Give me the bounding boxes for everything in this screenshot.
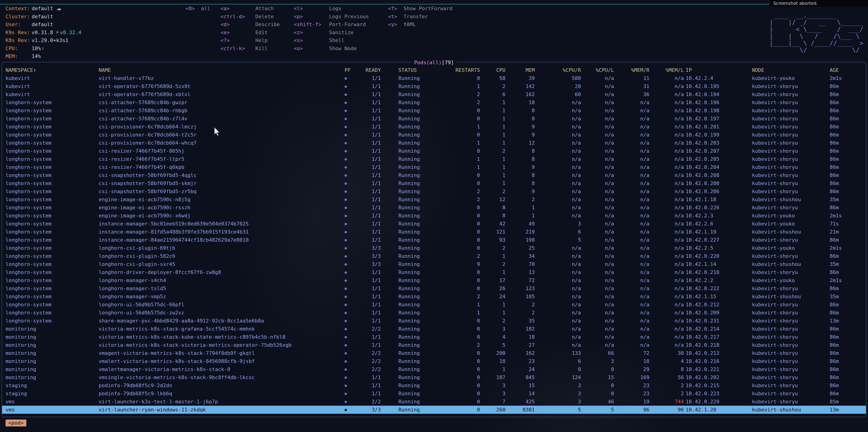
cell-age: 2m1s: [830, 74, 863, 82]
cell-status: Running: [381, 325, 446, 333]
cell-mem-l: n/a: [649, 163, 684, 171]
column-header-mem[interactable]: MEM: [505, 66, 535, 74]
column-header-mem-l[interactable]: %MEM/L: [649, 66, 684, 74]
table-row[interactable]: longhorn-systemcsi-provisioner-6c78dcb66…: [2, 139, 866, 147]
column-header-mem-r[interactable]: %MEM/R: [614, 66, 649, 74]
menu-item-transfer[interactable]: <t>Transfer: [388, 13, 453, 21]
pf-indicator-dot: ●: [344, 155, 358, 163]
table-row[interactable]: stagingpodinfo-79db68f5c9-lkb6q●1/1Runni…: [2, 390, 866, 398]
column-header-ready[interactable]: READY: [358, 66, 381, 74]
cell-status: Running: [381, 276, 446, 285]
column-header-name[interactable]: NAME: [99, 66, 344, 74]
table-row[interactable]: kubevirtvirt-operator-6776f5689d-xbtxl●1…: [2, 90, 866, 98]
cell-namespace: longhorn-system: [5, 317, 99, 325]
menu-item-logs-previous[interactable]: <p>Logs Previous: [294, 13, 369, 21]
cell-namespace: kubevirt: [5, 90, 99, 98]
table-row[interactable]: monitoringvmagent-victoria-metrics-k8s-s…: [2, 349, 866, 357]
menu-item-logs[interactable]: <l>Logs: [294, 5, 369, 13]
menu-item-all[interactable]: <0>all: [186, 5, 210, 13]
table-row[interactable]: longhorn-systemcsi-resizer-7466f7b45f-86…: [2, 147, 866, 155]
table-row[interactable]: longhorn-systemlonghorn-ui-56d9b575dc-66…: [2, 301, 866, 309]
cell-age: 86m: [830, 357, 863, 365]
cell-mem-r: 23: [614, 390, 649, 398]
cell-mem-l: n/a: [649, 301, 684, 309]
table-row[interactable]: longhorn-systemcsi-resizer-7466f7b45f-q6…: [2, 163, 866, 171]
menu-item-shell[interactable]: <s>Shell: [294, 36, 369, 44]
table-row[interactable]: longhorn-systemengine-image-ei-acb7590c-…: [2, 211, 866, 220]
cell-status: Running: [381, 390, 446, 398]
menu-item-sanitize[interactable]: <z>Sanitize: [294, 29, 369, 37]
table-row[interactable]: longhorn-systemcsi-snapshotter-58bf69fbd…: [2, 171, 866, 179]
cell-cpu-l: 0: [581, 365, 614, 373]
table-row[interactable]: monitoringvictoria-metrics-k8s-stack-kub…: [2, 333, 866, 341]
menu-item-delete[interactable]: <ctrl-d>Delete: [220, 13, 280, 21]
menu-item-edit[interactable]: <e>Edit: [220, 29, 280, 37]
table-row[interactable]: longhorn-systemcsi-attacher-57689cc84b-r…: [2, 106, 866, 114]
cell-status: Running: [381, 365, 446, 373]
table-row[interactable]: monitoringvmalertmanager-victoria-metric…: [2, 365, 866, 373]
table-row[interactable]: longhorn-systemcsi-snapshotter-58bf69fbd…: [2, 179, 866, 187]
menu-item-kill[interactable]: <ctrl-k>Kill: [220, 44, 280, 53]
table-row[interactable]: longhorn-systeminstance-manager-81fd5a40…: [2, 228, 866, 236]
column-header-namespace[interactable]: NAMESPACE↑: [5, 66, 99, 74]
cell-namespace: longhorn-system: [5, 309, 99, 317]
menu-item-help[interactable]: <?>Help: [220, 36, 280, 44]
table-row[interactable]: longhorn-systemlonghorn-manager-vmp5z●1/…: [2, 293, 866, 301]
cell-mem-r: n/a: [614, 341, 649, 349]
table-row[interactable]: longhorn-systemlonghorn-csi-plugin-69tjb…: [2, 244, 866, 252]
table-row[interactable]: longhorn-systemcsi-provisioner-6c78dcb66…: [2, 123, 866, 131]
table-row[interactable]: monitoringvictoria-metrics-k8s-stack-vic…: [2, 341, 866, 349]
table-row[interactable]: longhorn-systemlonghorn-ui-56d9b575dc-zw…: [2, 309, 866, 317]
table-row[interactable]: vmsvirt-launcher-k3s-test-1-master-1-j6p…: [2, 398, 866, 406]
cell-mem-r: n/a: [614, 139, 649, 147]
cell-cpu-l: n/a: [581, 147, 614, 155]
column-header-status[interactable]: STATUS: [381, 66, 446, 74]
menu-item-show-portforward[interactable]: <f>Show PortForward: [388, 5, 453, 13]
table-row[interactable]: longhorn-systeminstance-manager-84ae2159…: [2, 236, 866, 244]
table-row[interactable]: longhorn-systemcsi-snapshotter-58bf69fbd…: [2, 187, 866, 195]
table-row[interactable]: longhorn-systemengine-image-ei-acb7590c-…: [2, 195, 866, 203]
table-row[interactable]: longhorn-systemcsi-attacher-57689cc84b-g…: [2, 98, 866, 106]
cell-age: 86m: [830, 131, 863, 139]
menu-item-port-forward[interactable]: <shift-f>Port-Forward: [294, 21, 369, 29]
table-row[interactable]: longhorn-systemcsi-provisioner-6c78dcb66…: [2, 131, 866, 139]
table-row[interactable]: longhorn-systemcsi-resizer-7466f7b45f-lt…: [2, 155, 866, 163]
cell-status: Running: [381, 155, 446, 163]
info-value: default: [32, 5, 53, 11]
table-row[interactable]: vmsvirt-launcher-ryan-windows-11-zkdqk●3…: [2, 406, 866, 414]
table-row[interactable]: longhorn-systemengine-image-ei-acb7590c-…: [2, 203, 866, 211]
breadcrumb-pod[interactable]: <pod>: [5, 420, 26, 427]
column-header-node[interactable]: NODE: [752, 66, 830, 74]
table-row[interactable]: kubevirtvirt-operator-6776f5689d-5zx9t●1…: [2, 82, 866, 90]
column-header-cpu-r[interactable]: %CPU/R: [535, 66, 581, 74]
table-row[interactable]: longhorn-systemlonghorn-csi-plugin-sxr45…: [2, 260, 866, 268]
cell-restarts: 1: [446, 301, 480, 309]
table-row[interactable]: monitoringvictoria-metrics-k8s-stack-gra…: [2, 325, 866, 333]
column-header-age[interactable]: AGE: [830, 66, 863, 74]
pods-table-title-text: Pods(all): [414, 60, 442, 65]
column-header-pf[interactable]: PF: [344, 66, 358, 74]
menu-item-yaml[interactable]: <y>YAML: [388, 21, 453, 29]
table-row[interactable]: kubevirtvirt-handler-v77bz●1/1Running058…: [2, 74, 866, 82]
table-row[interactable]: longhorn-systemlonghorn-manager-tsld5●1/…: [2, 285, 866, 293]
cell-mem-r: n/a: [614, 155, 649, 163]
cell-ready: 1/1: [358, 98, 381, 106]
menu-item-describe[interactable]: <d>Describe: [220, 21, 280, 29]
table-row[interactable]: longhorn-systemlonghorn-csi-plugin-582c6…: [2, 252, 866, 260]
table-row[interactable]: longhorn-systemcsi-attacher-57689cc84b-z…: [2, 114, 866, 123]
cell-cpu-r: 3: [535, 398, 581, 406]
table-row[interactable]: monitoringvmsingle-victoria-metrics-k8s-…: [2, 373, 866, 381]
table-row[interactable]: stagingpodinfo-79db68f5c9-2d2dn●1/1Runni…: [2, 381, 866, 390]
column-header-cpu[interactable]: CPU: [480, 66, 505, 74]
table-row[interactable]: longhorn-systeminstance-manager-5bc01eeb…: [2, 220, 866, 228]
table-row[interactable]: longhorn-systemlonghorn-driver-deployer-…: [2, 268, 866, 276]
table-row[interactable]: longhorn-systemlonghorn-manager-s4ch4●1/…: [2, 276, 866, 285]
column-header-restarts[interactable]: RESTARTS: [446, 66, 480, 74]
table-row[interactable]: longhorn-systemshare-manager-pvc-4bbd842…: [2, 317, 866, 325]
column-header-cpu-l[interactable]: %CPU/L: [581, 66, 614, 74]
menu-item-attach[interactable]: <a>Attach: [220, 5, 280, 13]
menu-item-show-node[interactable]: <o>Show Node: [294, 44, 369, 53]
column-header-ip[interactable]: IP: [684, 66, 752, 74]
table-row[interactable]: monitoringvmalert-victoria-metrics-k8s-s…: [2, 357, 866, 365]
info-label: User:: [5, 21, 32, 29]
